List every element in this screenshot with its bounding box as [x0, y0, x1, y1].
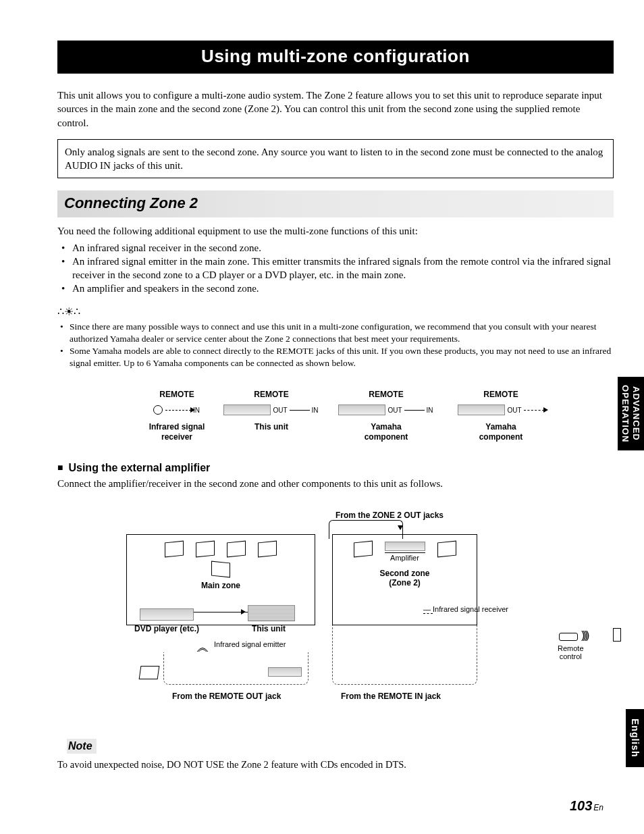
tip-icon: ∴☀∴ — [57, 305, 614, 318]
port-in: IN — [311, 407, 319, 414]
note-text: To avoid unexpected noise, DO NOT USE th… — [57, 758, 614, 771]
list-item: An infrared signal receiver in the secon… — [60, 241, 614, 255]
chain-caption: Yamaha component — [444, 422, 558, 442]
caption-zone2-out: From the ZONE 2 OUT jacks — [336, 511, 444, 520]
unit-icon — [338, 405, 385, 415]
list-item: Some Yamaha models are able to connect d… — [60, 345, 614, 369]
speaker-icon — [437, 541, 456, 558]
remote-control-label: Remote control — [558, 644, 584, 660]
caption-remote-in: From the REMOTE IN jack — [341, 692, 441, 701]
page-number: 103En — [570, 798, 603, 814]
second-zone-label-2: (Zone 2) — [333, 578, 477, 588]
remote-chain-diagram: REMOTE IN Infrared signal receiver REMOT… — [84, 390, 614, 442]
dashed-arrow — [165, 410, 191, 411]
remote-label: REMOTE — [329, 390, 444, 399]
remote-control-icon — [559, 633, 578, 641]
needs-list: An infrared signal receiver in the secon… — [57, 241, 614, 296]
ir-waves-icon: )))) — [581, 629, 587, 642]
page-title-bar: Using multi-zone configuration — [57, 41, 614, 74]
main-zone-label: Main zone — [127, 581, 315, 590]
subtext: Connect the amplifier/receiver in the se… — [57, 477, 614, 490]
component-icon — [139, 666, 160, 679]
port-out: OUT — [387, 407, 402, 414]
tips-list: Since there are many possible ways to co… — [57, 321, 614, 370]
emitter-label: Infrared signal emitter — [214, 640, 286, 648]
intro-paragraph: This unit allows you to configure a mult… — [57, 88, 614, 130]
caption-remote-out: From the REMOTE OUT jack — [172, 692, 281, 701]
ir-receiver-icon — [613, 628, 621, 642]
analog-info-box: Only analog signals are sent to the seco… — [57, 139, 614, 179]
speaker-icon — [196, 541, 215, 558]
tv-icon — [211, 561, 230, 578]
setup-diagram: From the ZONE 2 OUT jacks Main zone Ampl… — [126, 511, 545, 713]
speaker-icon — [354, 541, 373, 558]
dashed-group-in — [332, 625, 477, 685]
section-header-connecting: Connecting Zone 2 — [57, 190, 614, 217]
speaker-icon — [258, 541, 277, 558]
chain-caption: Infrared signal receiver — [140, 422, 214, 442]
side-tab-advanced: ADVANCED OPERATION — [618, 377, 644, 450]
list-item: Since there are many possible ways to co… — [60, 321, 614, 345]
amplifier-icon — [385, 542, 425, 551]
chain-caption: This unit — [214, 422, 329, 432]
dvd-icon — [140, 608, 194, 621]
page-number-suffix: En — [593, 803, 603, 812]
port-out: OUT — [272, 407, 288, 414]
side-tab-english: English — [626, 709, 644, 767]
remote-label: REMOTE — [140, 390, 214, 399]
page-number-value: 103 — [570, 798, 592, 813]
ir-receiver-label: — Infrared signal receiver — [423, 605, 525, 613]
amplifier-label: Amplifier — [385, 552, 425, 562]
list-item: An amplifier and speakers in the second … — [60, 282, 614, 295]
needs-intro: You need the following additional equipm… — [57, 224, 614, 238]
port-in: IN — [426, 407, 434, 414]
list-item: An infrared signal emitter in the main z… — [60, 255, 614, 282]
speaker-icon — [165, 541, 184, 558]
this-unit-icon — [248, 605, 295, 621]
unit-icon — [458, 405, 505, 415]
subheading-external-amp: ■Using the external amplifier — [57, 462, 614, 474]
dashed-group-out — [163, 652, 308, 685]
receiver-icon — [153, 405, 163, 415]
subheading-text: Using the external amplifier — [68, 462, 210, 473]
port-out: OUT — [506, 407, 522, 414]
remote-label: REMOTE — [444, 390, 558, 399]
second-zone-label-1: Second zone — [333, 569, 477, 578]
remote-label: REMOTE — [214, 390, 329, 399]
dashed-arrow — [524, 410, 544, 411]
this-unit-label: This unit — [252, 624, 286, 633]
dvd-label: DVD player (etc.) — [134, 624, 199, 633]
unit-icon — [223, 405, 271, 415]
speaker-icon — [227, 541, 246, 558]
note-header: Note — [67, 739, 97, 754]
chain-caption: Yamaha component — [329, 422, 444, 442]
